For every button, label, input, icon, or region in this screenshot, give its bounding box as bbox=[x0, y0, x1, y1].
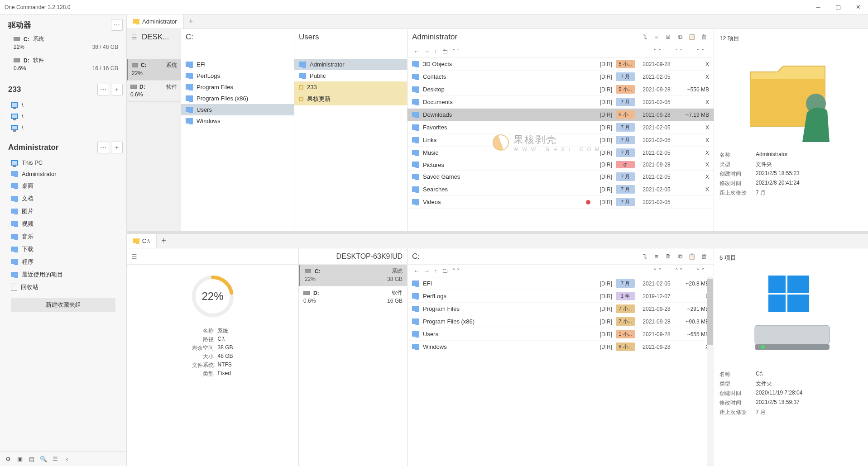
drive-item[interactable]: C:系统 22%38 GB bbox=[299, 265, 407, 286]
file-row[interactable]: Saved Games [DIR] 7 月 2021-02-05 X bbox=[408, 171, 714, 183]
list-icon[interactable]: ≡ bbox=[651, 251, 662, 262]
tab-administrator[interactable]: Administrator bbox=[127, 14, 184, 29]
miller-row[interactable]: Windows bbox=[181, 115, 294, 127]
copy-icon[interactable]: ⧉ bbox=[675, 251, 686, 262]
nav-up-icon[interactable]: ↑ bbox=[433, 47, 439, 56]
sort-icon[interactable]: ⇅ bbox=[639, 251, 650, 262]
miller-row[interactable]: PerfLogs bbox=[181, 70, 294, 81]
list-icon[interactable]: ≡ bbox=[651, 32, 662, 43]
miller-row[interactable]: EFI bbox=[181, 59, 294, 70]
miller-row[interactable]: Program Files bbox=[181, 81, 294, 93]
file-row[interactable]: Downloads [DIR] 5 小... 2021-09-28 ~7.19 … bbox=[408, 109, 714, 121]
tab-add-button[interactable]: + bbox=[157, 234, 171, 248]
nav-forward-icon[interactable]: → bbox=[422, 266, 431, 275]
nav-back-icon[interactable]: ← bbox=[412, 266, 421, 275]
file-row[interactable]: Documents [DIR] 7 月 2021-02-05 X bbox=[408, 96, 714, 109]
nav-dropdown-icon[interactable]: ˄ ˅ bbox=[451, 266, 462, 275]
sidebar-item[interactable]: \ bbox=[0, 122, 126, 133]
sort-icon[interactable]: ⇅ bbox=[639, 32, 650, 43]
sidebar-item[interactable]: Administrator bbox=[0, 168, 126, 180]
section-add-button[interactable]: + bbox=[111, 142, 123, 153]
sidebar-item[interactable]: 图片 bbox=[0, 205, 126, 218]
columns-icon[interactable]: ▤ bbox=[26, 453, 37, 464]
delete-icon[interactable]: 🗑 bbox=[698, 32, 709, 43]
file-row[interactable]: Music [DIR] 7 月 2021-02-05 X bbox=[408, 147, 714, 159]
sidebar-item[interactable]: 程序 bbox=[0, 256, 126, 268]
sidebar-item[interactable]: 文档 bbox=[0, 192, 126, 205]
nav-folder-icon[interactable]: 🗀 bbox=[441, 266, 449, 275]
maximize-button[interactable]: ▢ bbox=[828, 0, 848, 14]
file-row[interactable]: Searches [DIR] 7 月 2021-02-05 X bbox=[408, 183, 714, 196]
file-row[interactable]: Pictures [DIR] 0' 2021-09-28 X bbox=[408, 159, 714, 171]
miller-row[interactable]: Administrator bbox=[294, 59, 407, 70]
copy-icon[interactable]: ⧉ bbox=[675, 32, 686, 43]
sort-col-1[interactable]: ˄ ˅ bbox=[653, 48, 662, 55]
section-more-button[interactable]: ⋯ bbox=[97, 84, 109, 95]
nav-back-icon[interactable]: ← bbox=[412, 47, 421, 56]
search-icon[interactable]: 🔍 bbox=[38, 453, 49, 464]
sort-col-2[interactable]: ˄ ˅ bbox=[675, 48, 683, 55]
nav-dropdown-icon[interactable]: ˄ ˅ bbox=[451, 47, 462, 56]
miller-row[interactable]: Public bbox=[294, 70, 407, 81]
drive-item[interactable]: D:软件 0.6%16 GB bbox=[299, 286, 407, 308]
sidebar-item[interactable]: \ bbox=[0, 110, 126, 122]
sidebar-item[interactable]: 视频 bbox=[0, 218, 126, 230]
menu-icon[interactable]: ☰ bbox=[50, 453, 61, 464]
chevron-left-icon[interactable]: ‹ bbox=[62, 453, 72, 464]
drives-more-button[interactable]: ⋯ bbox=[111, 19, 123, 31]
sidebar-item[interactable]: 桌面 bbox=[0, 180, 126, 192]
new-file-icon[interactable]: 🗎 bbox=[663, 251, 674, 262]
delete-icon[interactable]: 🗑 bbox=[698, 251, 709, 262]
hamburger-icon[interactable]: ☰ bbox=[131, 33, 137, 41]
layout-icon[interactable]: ▣ bbox=[14, 453, 25, 464]
minimize-button[interactable]: ─ bbox=[808, 0, 828, 14]
nav-up-icon[interactable]: ↑ bbox=[433, 266, 439, 275]
file-row[interactable]: Program Files [DIR] 7 小... 2021-09-28 ~2… bbox=[408, 303, 714, 315]
sidebar-item[interactable]: 下载 bbox=[0, 243, 126, 256]
settings-icon[interactable]: ⚙ bbox=[3, 453, 14, 464]
sidebar-item[interactable]: 回收站 bbox=[0, 281, 126, 294]
sidebar-drive[interactable]: D:软件 0.6%16 / 16 GB bbox=[0, 55, 126, 76]
file-age: 7 月 bbox=[616, 198, 635, 206]
new-fav-group-button[interactable]: 新建收藏夹组 bbox=[11, 298, 115, 312]
nav-folder-icon[interactable]: 🗀 bbox=[441, 47, 449, 56]
new-file-icon[interactable]: 🗎 bbox=[663, 32, 674, 43]
sort-col-3[interactable]: ˄ ˅ bbox=[696, 267, 705, 274]
file-row[interactable]: Windows [DIR] 8 小... 2021-09-28 X bbox=[408, 341, 714, 353]
sort-col-3[interactable]: ˄ ˅ bbox=[696, 48, 705, 55]
sidebar-drive[interactable]: C:系统 22%38 / 48 GB bbox=[0, 33, 126, 55]
paste-icon[interactable]: 📋 bbox=[686, 251, 697, 262]
tab-c-drive[interactable]: C:\ bbox=[127, 234, 157, 248]
paste-icon[interactable]: 📋 bbox=[686, 32, 697, 43]
file-row[interactable]: Users [DIR] 1 小... 2021-09-28 ~655 MB bbox=[408, 328, 714, 341]
section-more-button[interactable]: ⋯ bbox=[97, 142, 109, 153]
file-row[interactable]: Desktop [DIR] 5 小... 2021-09-28 ~556 MB bbox=[408, 83, 714, 96]
file-row[interactable]: PerfLogs [DIR] 1 年 2019-12-07 X bbox=[408, 290, 714, 303]
scrollbar[interactable] bbox=[707, 277, 713, 466]
drive-item[interactable]: C:系统 22% bbox=[127, 59, 181, 81]
file-row[interactable]: Favorites [DIR] 7 月 2021-02-05 X bbox=[408, 121, 714, 134]
file-row[interactable]: Program Files (x86) [DIR] 7 小... 2021-09… bbox=[408, 315, 714, 328]
sidebar-item[interactable]: \ bbox=[0, 99, 126, 110]
file-row[interactable]: EFI [DIR] 7 月 2021-02-05 ~20.8 MB bbox=[408, 277, 714, 290]
file-row[interactable]: 3D Objects [DIR] 5 小... 2021-09-28 X bbox=[408, 58, 714, 71]
file-row[interactable]: Videos [DIR] 7 月 2021-02-05 bbox=[408, 196, 714, 209]
hamburger-icon[interactable]: ☰ bbox=[131, 253, 137, 260]
miller-row[interactable]: Users bbox=[181, 104, 294, 115]
sort-col-1[interactable]: ˄ ˅ bbox=[653, 267, 662, 274]
file-row[interactable]: Contacts [DIR] 7 月 2021-02-05 X bbox=[408, 71, 714, 83]
section-add-button[interactable]: + bbox=[111, 84, 123, 95]
miller-row[interactable]: 233 bbox=[294, 81, 407, 93]
file-row[interactable]: Links [DIR] 7 月 2021-02-05 X bbox=[408, 134, 714, 147]
nav-forward-icon[interactable]: → bbox=[422, 47, 431, 56]
miller-row[interactable]: 果核更新 bbox=[294, 93, 407, 105]
sidebar-item[interactable]: 音乐 bbox=[0, 230, 126, 243]
close-button[interactable]: ✕ bbox=[848, 0, 868, 14]
tab-add-button[interactable]: + bbox=[184, 14, 198, 29]
sidebar-item[interactable]: 最近使用的项目 bbox=[0, 268, 126, 281]
drive-item[interactable]: D:软件 0.6% bbox=[127, 81, 181, 102]
sidebar-item[interactable]: This PC bbox=[0, 157, 126, 168]
file-name: EFI bbox=[423, 280, 592, 287]
sort-col-2[interactable]: ˄ ˅ bbox=[675, 267, 683, 274]
miller-row[interactable]: Program Files (x86) bbox=[181, 93, 294, 104]
